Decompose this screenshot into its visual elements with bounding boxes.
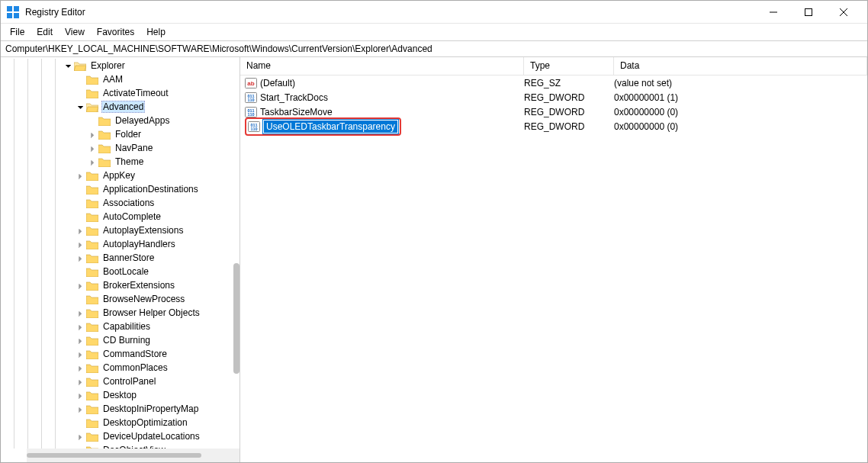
close-button[interactable] xyxy=(826,1,861,24)
folder-icon xyxy=(74,61,86,71)
list-header: Name Type Data xyxy=(240,57,867,76)
tree-node[interactable]: DocObjectView xyxy=(63,443,240,449)
value-row[interactable]: Start_TrackDocsREG_DWORD0x00000001 (1) xyxy=(240,90,867,104)
tree-node[interactable]: ⏵NavPane xyxy=(63,141,240,155)
folder-icon xyxy=(86,171,98,181)
list-body: (Default)REG_SZ(value not set)Start_Trac… xyxy=(240,76,867,462)
tree-node[interactable]: AAM xyxy=(63,72,240,86)
tree-node[interactable]: ⏵AutoplayExtensions xyxy=(63,223,240,237)
folder-icon xyxy=(86,281,98,291)
tree-node[interactable]: AutoComplete xyxy=(63,210,240,223)
tree-node[interactable]: ApplicationDestinations xyxy=(63,182,240,196)
chevron-right-icon[interactable]: ⏵ xyxy=(76,405,86,413)
chevron-right-icon[interactable]: ⏵ xyxy=(88,130,98,139)
tree-label: ActivateTimeout xyxy=(101,88,170,98)
tree-scrollbar-vertical[interactable] xyxy=(233,263,240,374)
tree-node[interactable]: DelayedApps xyxy=(63,114,240,127)
chevron-right-icon[interactable]: ⏵ xyxy=(76,254,86,262)
tree-label: CommandStore xyxy=(101,349,169,359)
tree-label: ControlPanel xyxy=(101,376,157,387)
tree-node[interactable]: Associations xyxy=(63,196,240,210)
tree-node[interactable]: ⏵AutoplayHandlers xyxy=(63,237,240,251)
svg-rect-1 xyxy=(14,6,19,11)
column-header-data[interactable]: Data xyxy=(614,57,867,75)
folder-icon xyxy=(86,363,98,373)
chevron-down-icon[interactable]: ⏷ xyxy=(63,62,74,70)
folder-icon xyxy=(86,294,98,304)
value-name: TaskbarSizeMove xyxy=(260,107,333,117)
tree-label: BannerStore xyxy=(101,252,156,263)
chevron-right-icon[interactable]: ⏵ xyxy=(76,391,86,400)
tree-node[interactable]: ActivateTimeout xyxy=(63,86,240,100)
app-icon xyxy=(7,6,19,18)
tree-label: AutoplayExtensions xyxy=(101,225,185,236)
column-header-type[interactable]: Type xyxy=(524,57,614,75)
tree-label: BootLocale xyxy=(101,266,150,277)
menubar: File Edit View Favorites Help xyxy=(1,24,867,40)
folder-icon xyxy=(86,336,98,346)
value-type: REG_SZ xyxy=(524,78,614,88)
tree-label: NavPane xyxy=(114,143,154,153)
tree-node[interactable]: ⏵Capabilities xyxy=(63,320,240,333)
tree-node[interactable]: BrowseNewProcess xyxy=(63,292,240,306)
chevron-right-icon[interactable]: ⏵ xyxy=(88,144,98,153)
tree-node[interactable]: ⏵Desktop xyxy=(63,388,240,402)
chevron-right-icon[interactable]: ⏵ xyxy=(76,432,86,441)
chevron-right-icon[interactable]: ⏵ xyxy=(76,281,86,290)
tree-node[interactable]: ⏵BrokerExtensions xyxy=(63,278,240,292)
tree-node[interactable]: ⏵BannerStore xyxy=(63,251,240,265)
tree-scrollbar-horizontal[interactable] xyxy=(27,449,240,462)
minimize-button[interactable] xyxy=(756,1,791,24)
folder-icon xyxy=(86,391,98,400)
tree-node[interactable]: ⏵AppKey xyxy=(63,169,240,182)
binary-value-icon xyxy=(248,121,260,133)
address-bar[interactable]: Computer\HKEY_LOCAL_MACHINE\SOFTWARE\Mic… xyxy=(1,40,867,57)
tree-pane: ⏷ExplorerAAMActivateTimeout⏷AdvancedDela… xyxy=(1,57,240,462)
tree-node[interactable]: ⏷Advanced xyxy=(63,100,240,114)
chevron-right-icon[interactable]: ⏵ xyxy=(76,323,86,331)
tree-node-explorer[interactable]: ⏷Explorer xyxy=(63,59,240,72)
chevron-right-icon[interactable]: ⏵ xyxy=(76,172,86,180)
value-row[interactable]: (Default)REG_SZ(value not set) xyxy=(240,76,867,90)
folder-icon xyxy=(98,143,111,153)
tree-node[interactable]: ⏵CommandStore xyxy=(63,347,240,361)
chevron-right-icon[interactable]: ⏵ xyxy=(76,378,86,386)
chevron-right-icon[interactable]: ⏵ xyxy=(76,364,86,372)
tree-label: AutoplayHandlers xyxy=(101,239,177,249)
chevron-right-icon[interactable]: ⏵ xyxy=(76,336,86,345)
chevron-down-icon[interactable]: ⏷ xyxy=(76,103,86,111)
column-header-name[interactable]: Name xyxy=(240,57,524,75)
binary-value-icon xyxy=(245,92,257,104)
tree-node[interactable]: ⏵DesktopIniPropertyMap xyxy=(63,402,240,416)
tree-node[interactable]: ⏵CommonPlaces xyxy=(63,361,240,375)
folder-icon xyxy=(86,322,98,332)
tree-node[interactable]: ⏵Folder xyxy=(63,127,240,141)
tree-node[interactable]: DesktopOptimization xyxy=(63,416,240,429)
tree-node[interactable]: ⏵Theme xyxy=(63,155,240,169)
tree-node[interactable]: ⏵CD Burning xyxy=(63,333,240,347)
tree-node[interactable]: BootLocale xyxy=(63,265,240,278)
chevron-right-icon[interactable]: ⏵ xyxy=(76,240,86,249)
chevron-right-icon[interactable]: ⏵ xyxy=(76,309,86,317)
folder-icon xyxy=(98,116,111,126)
value-row[interactable]: UseOLEDTaskbarTransparencyREG_DWORD0x000… xyxy=(240,119,867,133)
value-name: UseOLEDTaskbarTransparency xyxy=(263,120,398,133)
value-data: 0x00000000 (0) xyxy=(614,121,867,132)
menu-file[interactable]: File xyxy=(4,25,31,39)
menu-help[interactable]: Help xyxy=(140,25,172,39)
chevron-right-icon[interactable]: ⏵ xyxy=(76,227,86,235)
tree-label: AppKey xyxy=(101,170,137,181)
chevron-right-icon[interactable]: ⏵ xyxy=(76,350,86,359)
maximize-button[interactable] xyxy=(791,1,826,24)
tree-node[interactable]: ⏵Browser Helper Objects xyxy=(63,306,240,320)
menu-view[interactable]: View xyxy=(59,25,91,39)
tree-node[interactable]: ⏵DeviceUpdateLocations xyxy=(63,429,240,443)
tree-label: AAM xyxy=(101,74,124,85)
menu-favorites[interactable]: Favorites xyxy=(91,25,140,39)
folder-icon xyxy=(86,226,98,236)
menu-edit[interactable]: Edit xyxy=(31,25,59,39)
registry-tree[interactable]: ⏷ExplorerAAMActivateTimeout⏷AdvancedDela… xyxy=(62,59,240,449)
chevron-right-icon[interactable]: ⏵ xyxy=(88,158,98,166)
tree-node[interactable]: ⏵ControlPanel xyxy=(63,375,240,388)
highlight-annotation: UseOLEDTaskbarTransparency xyxy=(245,117,401,136)
